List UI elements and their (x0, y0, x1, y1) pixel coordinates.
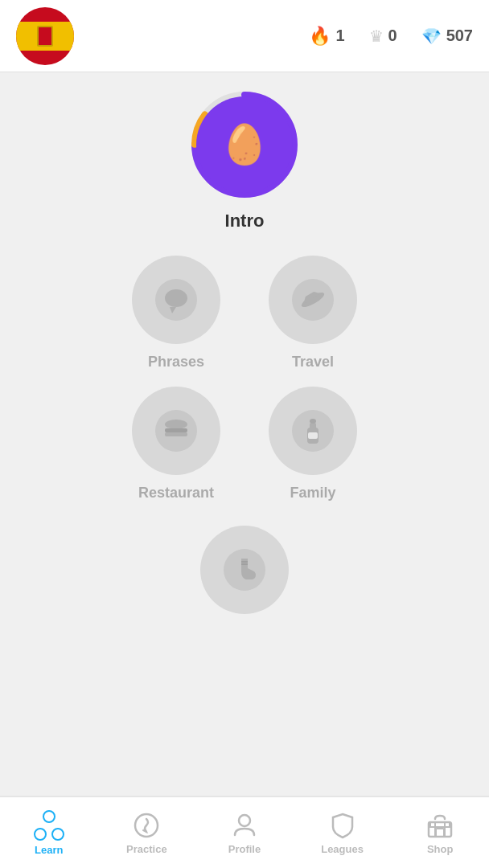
skill-travel[interactable]: Travel (269, 256, 357, 371)
gem-stat: 💎 507 (421, 27, 473, 46)
airplane-icon (290, 277, 335, 322)
skill-label-phrases: Phrases (148, 354, 204, 371)
skill-restaurant[interactable]: Restaurant (132, 387, 220, 502)
bottle-icon (290, 408, 335, 453)
skills-row-1: Phrases Travel (0, 256, 489, 387)
fire-icon: 🔥 (309, 26, 331, 47)
chat-icon (154, 277, 199, 322)
gem-value: 507 (446, 27, 473, 45)
practice-icon (132, 811, 161, 840)
skill-label-restaurant: Restaurant (138, 485, 214, 502)
streak-value: 1 (335, 27, 344, 45)
nav-item-learn[interactable]: Learn (0, 810, 98, 856)
skill-label-family: Family (290, 485, 335, 502)
svg-point-17 (310, 419, 316, 424)
main-content: 🥚 Intro Phrases (0, 72, 489, 796)
skill-phrases[interactable]: Phrases (132, 256, 220, 371)
svg-rect-13 (165, 432, 187, 436)
nav-label-profile: Profile (228, 843, 261, 855)
svg-point-11 (165, 420, 187, 429)
header-stats: 🔥 1 ♛ 0 💎 507 (74, 26, 473, 47)
crown-icon: ♛ (369, 27, 384, 46)
sock-section[interactable] (200, 526, 289, 614)
crown-stat: ♛ 0 (369, 27, 397, 46)
gem-icon: 💎 (421, 27, 442, 46)
skill-circle-family (269, 387, 357, 475)
avatar[interactable] (16, 7, 74, 65)
shop-icon (425, 811, 454, 840)
nav-label-leagues: Leagues (321, 843, 364, 855)
header: 🔥 1 ♛ 0 💎 507 (0, 0, 489, 72)
nav-item-practice[interactable]: Practice (98, 811, 196, 855)
skill-circle-restaurant (132, 387, 220, 475)
skill-circle-travel (269, 256, 357, 344)
crown-value: 0 (388, 27, 397, 45)
intro-icon-bg: 🥚 (196, 96, 293, 193)
svg-rect-28 (436, 829, 444, 837)
egg-icon: 🥚 (220, 122, 269, 167)
skill-label-travel: Travel (292, 354, 334, 371)
nav-item-shop[interactable]: Shop (391, 811, 489, 855)
streak-stat: 🔥 1 (309, 26, 344, 47)
svg-point-4 (165, 289, 187, 307)
svg-rect-18 (308, 432, 318, 439)
burger-icon (154, 408, 199, 453)
intro-section[interactable]: 🥚 Intro (188, 88, 301, 231)
intro-label: Intro (225, 211, 265, 231)
sock-icon (222, 547, 267, 592)
learn-icon (34, 810, 64, 841)
skill-circle-sock (200, 526, 289, 614)
svg-point-23 (239, 815, 250, 826)
skills-row-2: Restaurant Family (0, 387, 489, 518)
svg-rect-25 (430, 822, 450, 827)
skill-circle-phrases (132, 256, 220, 344)
nav-item-leagues[interactable]: Leagues (294, 811, 392, 855)
nav-item-profile[interactable]: Profile (195, 811, 294, 855)
shield-icon (328, 811, 357, 840)
bottom-nav: Learn Practice Profile Leagues (0, 796, 489, 868)
svg-rect-16 (310, 423, 316, 429)
svg-rect-12 (165, 428, 187, 432)
nav-label-shop: Shop (427, 843, 454, 855)
intro-progress-ring: 🥚 (188, 88, 301, 201)
skill-family[interactable]: Family (269, 387, 357, 502)
profile-icon (230, 811, 259, 840)
nav-label-learn: Learn (35, 844, 63, 856)
nav-label-practice: Practice (126, 843, 167, 855)
